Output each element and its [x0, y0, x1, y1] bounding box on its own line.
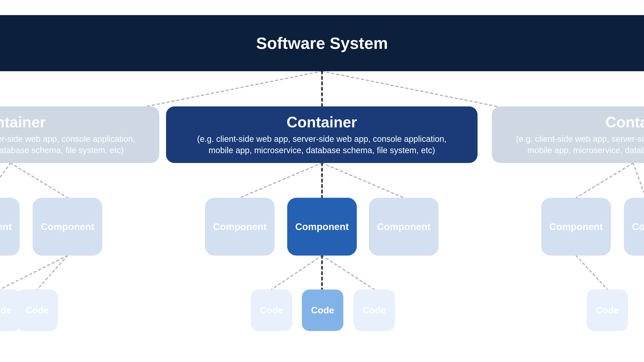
- component-box-0: Component: [0, 198, 20, 256]
- component-label: Component: [549, 221, 603, 232]
- container-title: Container: [606, 113, 644, 131]
- component-box-3: Component: [287, 198, 357, 256]
- svg-line-0: [147, 71, 322, 106]
- svg-line-3: [0, 163, 10, 198]
- container-right: Container(e.g. client-side web app, serv…: [492, 106, 644, 163]
- component-box-6: Component: [624, 198, 644, 256]
- container-subtitle: (e.g. client-side web app, server-side w…: [0, 133, 147, 156]
- component-label: Component: [377, 221, 430, 232]
- code-box-2: Code: [251, 290, 292, 331]
- code-label: Code: [0, 305, 11, 316]
- component-label: Component: [41, 221, 94, 232]
- software-system-title: Software System: [256, 34, 388, 53]
- svg-line-4: [10, 163, 68, 198]
- code-box-5: Code: [586, 290, 628, 331]
- component-label: Component: [295, 221, 349, 232]
- software-system-bar: Software System: [0, 15, 644, 71]
- component-label: Component: [0, 221, 12, 232]
- container-left: Container(e.g. client-side web app, serv…: [0, 106, 159, 163]
- svg-line-12: [272, 256, 322, 290]
- component-label: Component: [213, 221, 267, 232]
- svg-line-5: [240, 163, 322, 198]
- code-box-4: Code: [354, 290, 395, 331]
- code-label: Code: [363, 305, 386, 316]
- svg-line-9: [633, 163, 644, 193]
- container-subtitle: (e.g. client-side web app, server-side w…: [504, 133, 644, 156]
- code-box-3: Code: [302, 290, 344, 331]
- code-label: Code: [311, 305, 334, 316]
- svg-line-10: [0, 256, 68, 290]
- code-label: Code: [26, 305, 49, 316]
- svg-line-6: [322, 163, 404, 198]
- container-center: Container(e.g. client-side web app, serv…: [166, 106, 478, 163]
- svg-line-11: [37, 256, 68, 290]
- component-box-4: Component: [369, 198, 438, 256]
- container-title: Container: [286, 113, 357, 131]
- code-label: Code: [260, 305, 283, 316]
- component-box-1: Component: [33, 198, 102, 256]
- svg-line-13: [322, 256, 374, 290]
- container-title: Container: [0, 113, 46, 131]
- component-label: Component: [632, 221, 644, 232]
- code-label: Code: [596, 305, 619, 316]
- component-box-2: Component: [205, 198, 274, 256]
- container-subtitle: (e.g. client-side web app, server-side w…: [197, 133, 446, 156]
- svg-line-15: [576, 256, 607, 290]
- svg-line-1: [322, 71, 497, 106]
- component-box-5: Component: [541, 198, 611, 256]
- svg-line-8: [576, 163, 633, 198]
- code-box-1: Code: [16, 290, 58, 331]
